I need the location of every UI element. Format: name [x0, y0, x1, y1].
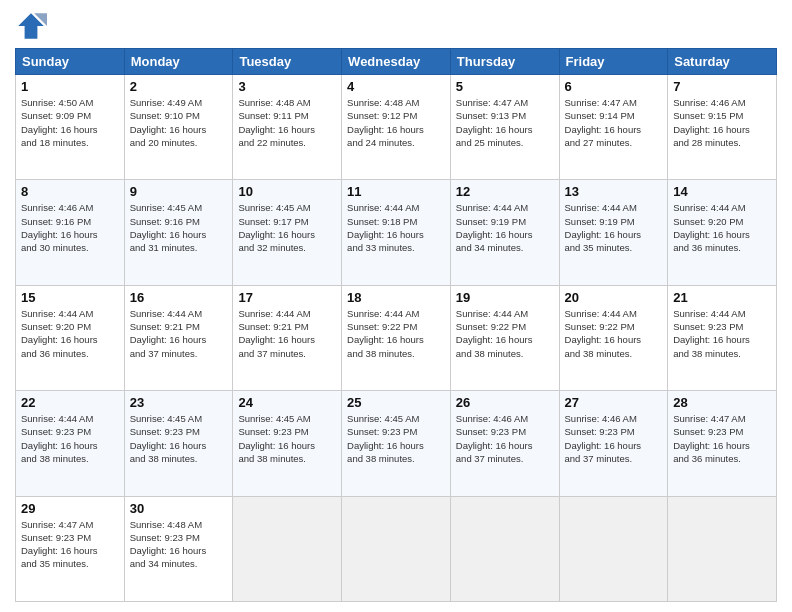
calendar-week-row: 8Sunrise: 4:46 AM Sunset: 9:16 PM Daylig… [16, 180, 777, 285]
calendar-day-cell: 27Sunrise: 4:46 AM Sunset: 9:23 PM Dayli… [559, 391, 668, 496]
calendar-day-header: Sunday [16, 49, 125, 75]
day-info: Sunrise: 4:45 AM Sunset: 9:23 PM Dayligh… [347, 412, 445, 465]
day-number: 19 [456, 290, 554, 305]
calendar-day-cell: 1Sunrise: 4:50 AM Sunset: 9:09 PM Daylig… [16, 75, 125, 180]
calendar-day-cell: 13Sunrise: 4:44 AM Sunset: 9:19 PM Dayli… [559, 180, 668, 285]
calendar-day-cell: 5Sunrise: 4:47 AM Sunset: 9:13 PM Daylig… [450, 75, 559, 180]
calendar-day-cell [668, 496, 777, 601]
logo-icon [15, 10, 47, 42]
day-info: Sunrise: 4:44 AM Sunset: 9:22 PM Dayligh… [456, 307, 554, 360]
day-number: 26 [456, 395, 554, 410]
page: SundayMondayTuesdayWednesdayThursdayFrid… [0, 0, 792, 612]
day-info: Sunrise: 4:47 AM Sunset: 9:23 PM Dayligh… [673, 412, 771, 465]
calendar-day-cell: 11Sunrise: 4:44 AM Sunset: 9:18 PM Dayli… [342, 180, 451, 285]
day-info: Sunrise: 4:44 AM Sunset: 9:23 PM Dayligh… [21, 412, 119, 465]
day-info: Sunrise: 4:44 AM Sunset: 9:19 PM Dayligh… [456, 201, 554, 254]
day-info: Sunrise: 4:47 AM Sunset: 9:23 PM Dayligh… [21, 518, 119, 571]
calendar-day-cell: 25Sunrise: 4:45 AM Sunset: 9:23 PM Dayli… [342, 391, 451, 496]
calendar-day-cell: 12Sunrise: 4:44 AM Sunset: 9:19 PM Dayli… [450, 180, 559, 285]
day-info: Sunrise: 4:44 AM Sunset: 9:21 PM Dayligh… [130, 307, 228, 360]
calendar-day-cell: 20Sunrise: 4:44 AM Sunset: 9:22 PM Dayli… [559, 285, 668, 390]
day-info: Sunrise: 4:46 AM Sunset: 9:23 PM Dayligh… [456, 412, 554, 465]
calendar-table: SundayMondayTuesdayWednesdayThursdayFrid… [15, 48, 777, 602]
calendar-week-row: 1Sunrise: 4:50 AM Sunset: 9:09 PM Daylig… [16, 75, 777, 180]
day-number: 20 [565, 290, 663, 305]
calendar-day-cell: 18Sunrise: 4:44 AM Sunset: 9:22 PM Dayli… [342, 285, 451, 390]
calendar-day-cell: 26Sunrise: 4:46 AM Sunset: 9:23 PM Dayli… [450, 391, 559, 496]
day-number: 21 [673, 290, 771, 305]
calendar-day-cell: 21Sunrise: 4:44 AM Sunset: 9:23 PM Dayli… [668, 285, 777, 390]
day-number: 15 [21, 290, 119, 305]
calendar-day-cell: 6Sunrise: 4:47 AM Sunset: 9:14 PM Daylig… [559, 75, 668, 180]
day-number: 24 [238, 395, 336, 410]
day-number: 27 [565, 395, 663, 410]
day-info: Sunrise: 4:45 AM Sunset: 9:16 PM Dayligh… [130, 201, 228, 254]
day-info: Sunrise: 4:48 AM Sunset: 9:12 PM Dayligh… [347, 96, 445, 149]
calendar-day-cell: 9Sunrise: 4:45 AM Sunset: 9:16 PM Daylig… [124, 180, 233, 285]
day-number: 10 [238, 184, 336, 199]
day-info: Sunrise: 4:46 AM Sunset: 9:23 PM Dayligh… [565, 412, 663, 465]
calendar-day-cell [450, 496, 559, 601]
calendar-day-cell: 4Sunrise: 4:48 AM Sunset: 9:12 PM Daylig… [342, 75, 451, 180]
day-info: Sunrise: 4:46 AM Sunset: 9:16 PM Dayligh… [21, 201, 119, 254]
day-info: Sunrise: 4:45 AM Sunset: 9:23 PM Dayligh… [130, 412, 228, 465]
calendar-day-cell: 3Sunrise: 4:48 AM Sunset: 9:11 PM Daylig… [233, 75, 342, 180]
day-number: 23 [130, 395, 228, 410]
calendar-day-cell: 22Sunrise: 4:44 AM Sunset: 9:23 PM Dayli… [16, 391, 125, 496]
day-number: 4 [347, 79, 445, 94]
day-number: 6 [565, 79, 663, 94]
day-number: 30 [130, 501, 228, 516]
calendar-week-row: 22Sunrise: 4:44 AM Sunset: 9:23 PM Dayli… [16, 391, 777, 496]
day-info: Sunrise: 4:45 AM Sunset: 9:23 PM Dayligh… [238, 412, 336, 465]
day-info: Sunrise: 4:48 AM Sunset: 9:11 PM Dayligh… [238, 96, 336, 149]
day-number: 8 [21, 184, 119, 199]
calendar-day-cell: 7Sunrise: 4:46 AM Sunset: 9:15 PM Daylig… [668, 75, 777, 180]
day-number: 14 [673, 184, 771, 199]
calendar-day-cell: 30Sunrise: 4:48 AM Sunset: 9:23 PM Dayli… [124, 496, 233, 601]
calendar-day-header: Monday [124, 49, 233, 75]
calendar-day-header: Friday [559, 49, 668, 75]
day-info: Sunrise: 4:49 AM Sunset: 9:10 PM Dayligh… [130, 96, 228, 149]
day-info: Sunrise: 4:44 AM Sunset: 9:22 PM Dayligh… [347, 307, 445, 360]
calendar-day-cell: 14Sunrise: 4:44 AM Sunset: 9:20 PM Dayli… [668, 180, 777, 285]
day-info: Sunrise: 4:44 AM Sunset: 9:22 PM Dayligh… [565, 307, 663, 360]
calendar-day-cell [233, 496, 342, 601]
calendar-day-header: Saturday [668, 49, 777, 75]
calendar-day-cell: 10Sunrise: 4:45 AM Sunset: 9:17 PM Dayli… [233, 180, 342, 285]
calendar-day-cell: 16Sunrise: 4:44 AM Sunset: 9:21 PM Dayli… [124, 285, 233, 390]
day-info: Sunrise: 4:44 AM Sunset: 9:20 PM Dayligh… [21, 307, 119, 360]
day-number: 12 [456, 184, 554, 199]
calendar-day-cell: 24Sunrise: 4:45 AM Sunset: 9:23 PM Dayli… [233, 391, 342, 496]
day-info: Sunrise: 4:44 AM Sunset: 9:18 PM Dayligh… [347, 201, 445, 254]
day-number: 1 [21, 79, 119, 94]
day-number: 5 [456, 79, 554, 94]
calendar-day-cell: 2Sunrise: 4:49 AM Sunset: 9:10 PM Daylig… [124, 75, 233, 180]
calendar-day-cell: 8Sunrise: 4:46 AM Sunset: 9:16 PM Daylig… [16, 180, 125, 285]
calendar-week-row: 15Sunrise: 4:44 AM Sunset: 9:20 PM Dayli… [16, 285, 777, 390]
day-number: 11 [347, 184, 445, 199]
calendar-day-header: Wednesday [342, 49, 451, 75]
calendar-day-cell: 15Sunrise: 4:44 AM Sunset: 9:20 PM Dayli… [16, 285, 125, 390]
day-info: Sunrise: 4:48 AM Sunset: 9:23 PM Dayligh… [130, 518, 228, 571]
day-info: Sunrise: 4:44 AM Sunset: 9:23 PM Dayligh… [673, 307, 771, 360]
day-number: 2 [130, 79, 228, 94]
day-info: Sunrise: 4:45 AM Sunset: 9:17 PM Dayligh… [238, 201, 336, 254]
day-number: 3 [238, 79, 336, 94]
day-info: Sunrise: 4:50 AM Sunset: 9:09 PM Dayligh… [21, 96, 119, 149]
day-number: 22 [21, 395, 119, 410]
day-info: Sunrise: 4:44 AM Sunset: 9:20 PM Dayligh… [673, 201, 771, 254]
calendar-day-cell [559, 496, 668, 601]
day-number: 17 [238, 290, 336, 305]
calendar-day-cell: 19Sunrise: 4:44 AM Sunset: 9:22 PM Dayli… [450, 285, 559, 390]
day-number: 7 [673, 79, 771, 94]
calendar-day-cell: 29Sunrise: 4:47 AM Sunset: 9:23 PM Dayli… [16, 496, 125, 601]
day-info: Sunrise: 4:46 AM Sunset: 9:15 PM Dayligh… [673, 96, 771, 149]
day-number: 28 [673, 395, 771, 410]
day-number: 13 [565, 184, 663, 199]
calendar-day-cell: 23Sunrise: 4:45 AM Sunset: 9:23 PM Dayli… [124, 391, 233, 496]
day-info: Sunrise: 4:47 AM Sunset: 9:13 PM Dayligh… [456, 96, 554, 149]
logo [15, 10, 51, 42]
day-info: Sunrise: 4:44 AM Sunset: 9:21 PM Dayligh… [238, 307, 336, 360]
day-number: 9 [130, 184, 228, 199]
calendar-day-header: Tuesday [233, 49, 342, 75]
